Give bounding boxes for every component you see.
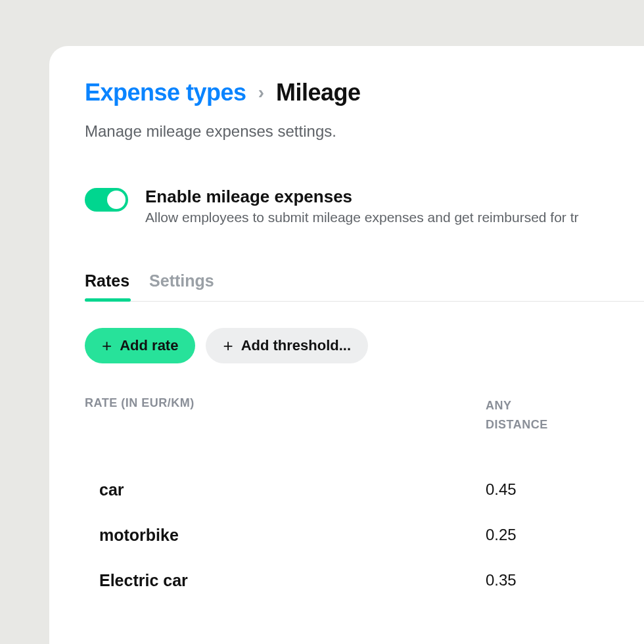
toggle-title: Enable mileage expenses xyxy=(145,187,644,207)
rate-name: motorbike xyxy=(99,526,486,545)
rate-value: 0.25 xyxy=(486,526,517,544)
rate-value: 0.45 xyxy=(486,480,517,499)
plus-icon: + xyxy=(223,337,233,354)
chevron-right-icon: › xyxy=(258,82,264,103)
breadcrumb-parent-link[interactable]: Expense types xyxy=(85,79,246,106)
plus-icon: + xyxy=(102,337,112,354)
rate-name: car xyxy=(99,480,486,499)
action-buttons: + Add rate + Add threshold... xyxy=(85,328,644,363)
breadcrumb: Expense types › Mileage xyxy=(85,79,644,106)
toggle-description: Allow employees to submit mileage expens… xyxy=(145,210,644,225)
add-rate-label: Add rate xyxy=(120,337,178,354)
table-header: RATE (IN EUR/KM) ANYDISTANCE xyxy=(85,396,644,434)
rate-name: Electric car xyxy=(99,571,486,590)
col-distance-header: ANYDISTANCE xyxy=(486,396,548,434)
settings-card: Expense types › Mileage Manage mileage e… xyxy=(49,46,644,644)
table-row[interactable]: motorbike 0.25 xyxy=(85,513,644,558)
tab-settings[interactable]: Settings xyxy=(149,271,214,301)
tabs: Rates Settings xyxy=(85,271,644,302)
enable-mileage-toggle[interactable] xyxy=(85,188,128,212)
page-subtitle: Manage mileage expenses settings. xyxy=(85,122,644,141)
col-rate-header: RATE (IN EUR/KM) xyxy=(85,396,486,434)
tab-rates[interactable]: Rates xyxy=(85,271,129,301)
add-rate-button[interactable]: + Add rate xyxy=(85,328,195,363)
add-threshold-button[interactable]: + Add threshold... xyxy=(206,328,368,363)
table-row[interactable]: Electric car 0.35 xyxy=(85,558,644,603)
enable-mileage-row: Enable mileage expenses Allow employees … xyxy=(85,187,644,225)
breadcrumb-current: Mileage xyxy=(276,79,361,106)
add-threshold-label: Add threshold... xyxy=(241,337,351,354)
rate-value: 0.35 xyxy=(486,571,517,589)
table-row[interactable]: car 0.45 xyxy=(85,467,644,513)
